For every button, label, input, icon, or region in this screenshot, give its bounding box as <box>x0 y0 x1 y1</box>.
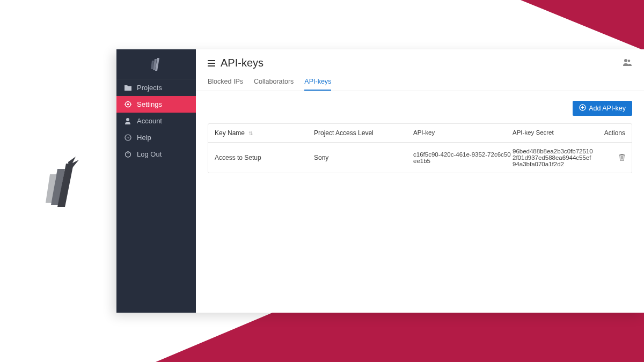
cell-api-key: c16f5c90-420c-461e-9352-72c6c50ee1b5 <box>413 151 513 164</box>
sidebar-item-logout[interactable]: Log Out <box>116 146 196 162</box>
api-keys-table: Key Name ⇅ Project Access Level API-key … <box>208 123 632 173</box>
folder-icon <box>124 84 131 92</box>
sidebar-item-label: Log Out <box>137 150 162 158</box>
sidebar-item-label: Settings <box>137 100 162 108</box>
toolbar: Add API-key <box>208 101 632 116</box>
tab-blocked-ips[interactable]: Blocked IPs <box>208 73 243 91</box>
sidebar-item-label: Projects <box>137 84 162 92</box>
sidebar-item-account[interactable]: Account <box>116 113 196 129</box>
page-title: API-keys <box>221 57 264 69</box>
col-header-name[interactable]: Key Name ⇅ <box>215 129 314 137</box>
decorative-triangle-top <box>521 0 644 50</box>
main: API-keys Blocked IPs Collaborators API-k… <box>196 49 644 313</box>
svg-point-17 <box>624 59 627 62</box>
plus-circle-icon <box>579 104 586 113</box>
collaborators-icon[interactable] <box>623 58 632 68</box>
gear-icon <box>124 101 131 108</box>
svg-point-18 <box>628 60 631 62</box>
col-header-key: API-key <box>413 129 513 137</box>
content: Add API-key Key Name ⇅ Project Access Le… <box>196 91 644 183</box>
menu-toggle-icon[interactable] <box>208 60 215 67</box>
svg-point-7 <box>127 104 129 106</box>
col-header-secret: API-key Secret <box>513 129 599 137</box>
col-header-actions: Actions <box>599 129 625 137</box>
add-button-label: Add API-key <box>589 105 626 112</box>
sidebar-item-label: Account <box>137 117 162 125</box>
delete-button[interactable] <box>619 155 625 162</box>
help-icon: ? <box>124 134 131 142</box>
user-icon <box>124 117 131 125</box>
tab-collaborators[interactable]: Collaborators <box>254 73 294 91</box>
brand-logo-large <box>40 156 83 211</box>
sort-icon: ⇅ <box>248 130 253 136</box>
tabs: Blocked IPs Collaborators API-keys <box>196 73 644 91</box>
power-icon <box>124 151 131 158</box>
page-header: API-keys <box>196 49 644 73</box>
cell-key-name: Access to Setup <box>215 154 314 161</box>
sidebar-item-label: Help <box>137 134 151 142</box>
svg-point-12 <box>126 118 129 121</box>
add-api-key-button[interactable]: Add API-key <box>573 101 632 116</box>
table-header: Key Name ⇅ Project Access Level API-key … <box>208 124 632 143</box>
table-row: Access to Setup Sony c16f5c90-420c-461e-… <box>208 143 632 173</box>
cell-actions <box>599 153 625 162</box>
sidebar-item-projects[interactable]: Projects <box>116 79 196 96</box>
col-header-level: Project Access Level <box>314 129 413 137</box>
svg-text:?: ? <box>127 136 129 141</box>
app-window: Projects Settings Account ? Help Log Out <box>116 49 644 313</box>
sidebar-item-help[interactable]: ? Help <box>116 129 196 146</box>
cell-api-secret: 96bed488b8ea2b3c0fb725102f01d937ed588ea6… <box>513 148 599 167</box>
sidebar-item-settings[interactable]: Settings <box>116 96 196 113</box>
tab-api-keys[interactable]: API-keys <box>304 73 331 91</box>
sidebar-logo <box>116 49 196 79</box>
sidebar: Projects Settings Account ? Help Log Out <box>116 49 196 313</box>
cell-access-level: Sony <box>314 154 413 161</box>
